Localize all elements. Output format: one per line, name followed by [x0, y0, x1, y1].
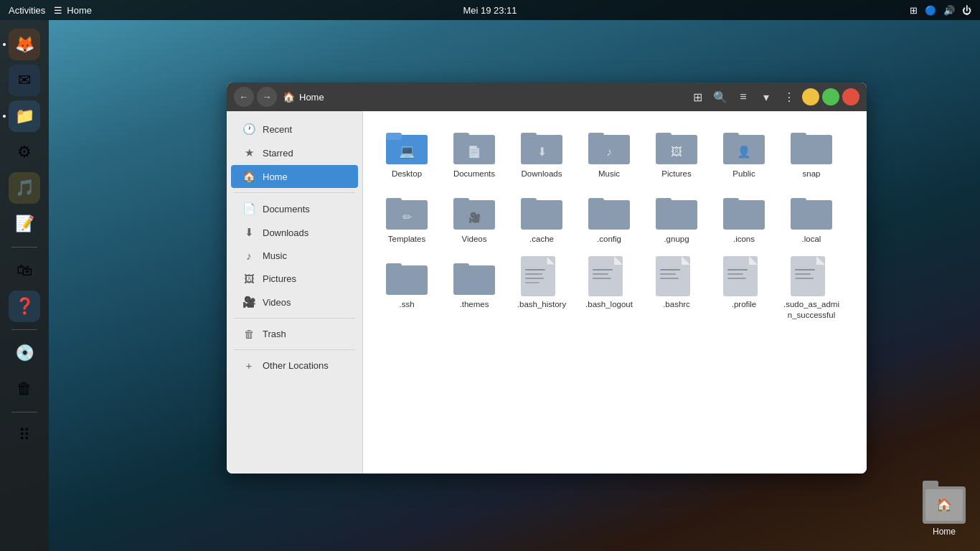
nav-back-button[interactable]: ← [234, 87, 254, 107]
window-minimize-button[interactable]: − [802, 88, 819, 105]
app-title: Home [67, 5, 92, 16]
sidebar-item-other-locations[interactable]: + Other Locations [231, 354, 358, 377]
dock-firefox[interactable]: 🦊 [9, 29, 40, 60]
videos-icon: 🎥 [242, 296, 255, 309]
file-item-bash-history[interactable]: .bash_history [509, 253, 574, 326]
sidebar-item-home[interactable]: 🏠 Home [231, 165, 358, 188]
bash-history-file-icon [521, 259, 562, 295]
file-item-cache[interactable]: .cache [509, 188, 574, 250]
file-item-videos[interactable]: 🎥 Videos [442, 188, 507, 250]
window-close-button[interactable]: × [842, 88, 859, 105]
snap-folder-icon [791, 128, 832, 164]
file-item-ssh[interactable]: .ssh [374, 253, 439, 326]
templates-folder-label: Templates [388, 234, 425, 245]
sidebar-item-documents[interactable]: 📄 Documents [231, 197, 358, 220]
svg-text:♪: ♪ [606, 146, 612, 158]
sidebar-divider-2 [234, 318, 355, 319]
home-folder-inner: 🏠 [925, 489, 963, 521]
templates-folder-icon: ✏ [386, 194, 428, 230]
home-icon: 🏠 [242, 170, 255, 183]
file-item-themes[interactable]: .themes [442, 253, 507, 326]
dock-text-editor[interactable]: 📝 [9, 208, 40, 240]
documents-folder-label: Documents [453, 169, 495, 179]
sidebar-label-documents: Documents [263, 204, 310, 215]
file-item-desktop[interactable]: 💻 Desktop [374, 123, 439, 185]
svg-rect-17 [723, 133, 739, 140]
svg-rect-51 [593, 273, 608, 275]
ssh-folder-icon [386, 259, 428, 295]
dock-trash[interactable]: 🗑 [9, 373, 40, 405]
file-grid: 💻 Desktop 📄 Documents [374, 123, 855, 326]
svg-text:🎥: 🎥 [468, 212, 481, 224]
sort-button[interactable]: ▾ [756, 87, 776, 107]
svg-rect-8 [521, 133, 537, 140]
svg-rect-11 [588, 133, 604, 140]
svg-rect-2 [386, 133, 402, 140]
file-item-local[interactable]: .local [779, 188, 844, 250]
app-name-label: ☰ Home [54, 5, 92, 16]
sidebar-item-starred[interactable]: ★ Starred [231, 141, 358, 164]
file-item-bash-logout[interactable]: .bash_logout [577, 253, 641, 326]
tray-sound-icon[interactable]: 🔊 [943, 5, 955, 16]
svg-rect-22 [386, 198, 402, 205]
window-maximize-button[interactable]: + [822, 88, 839, 105]
sidebar-label-pictures: Pictures [263, 273, 296, 284]
datetime-label: Mei 19 23:11 [463, 5, 517, 16]
svg-rect-44 [525, 269, 545, 270]
menu-button[interactable]: ⋮ [779, 87, 799, 107]
tray-bluetooth-icon[interactable]: 🔵 [925, 5, 936, 16]
search-button[interactable]: 🔍 [710, 87, 730, 107]
dock-help[interactable]: ❓ [9, 291, 40, 322]
local-folder-label: .local [802, 234, 821, 245]
dock-rhythmbox[interactable]: 🎵 [9, 172, 40, 204]
sidebar: 🕐 Recent ★ Starred 🏠 Home 📄 Documents ⬇ … [227, 111, 363, 474]
svg-rect-36 [791, 198, 806, 205]
dock-settings[interactable]: ⚙ [9, 136, 40, 168]
view-options-button[interactable]: ≡ [733, 87, 753, 107]
file-item-config[interactable]: .config [577, 188, 641, 250]
cache-folder-icon [521, 194, 562, 230]
view-toggle-button[interactable]: ⊞ [687, 87, 707, 107]
bash-logout-label: .bash_logout [585, 299, 633, 310]
desktop-home-icon[interactable]: 🏠 Home [923, 486, 966, 537]
file-item-downloads[interactable]: ⬇ Downloads [509, 123, 574, 185]
file-item-templates[interactable]: ✏ Templates [374, 188, 439, 250]
svg-text:📄: 📄 [467, 145, 481, 159]
tray-power-icon[interactable]: ⏻ [962, 5, 971, 16]
sidebar-item-videos[interactable]: 🎥 Videos [231, 291, 358, 314]
file-item-snap[interactable]: snap [779, 123, 844, 185]
file-item-gnupg[interactable]: .gnupg [644, 188, 709, 250]
sidebar-label-music: Music [263, 250, 287, 261]
file-item-music[interactable]: ♪ Music [577, 123, 641, 185]
file-item-documents[interactable]: 📄 Documents [442, 123, 507, 185]
svg-rect-56 [660, 273, 676, 275]
sidebar-item-pictures[interactable]: 🖼 Pictures [231, 268, 358, 290]
dock-apps-grid[interactable]: ⠿ [9, 420, 40, 451]
file-item-profile[interactable]: .profile [712, 253, 776, 326]
downloads-icon: ⬇ [242, 226, 255, 239]
svg-text:👤: 👤 [737, 145, 751, 159]
sidebar-item-downloads[interactable]: ⬇ Downloads [231, 221, 358, 244]
dock-files[interactable]: 📁 [9, 100, 40, 132]
tray-grid-icon[interactable]: ⊞ [910, 5, 918, 16]
file-item-icons[interactable]: .icons [712, 188, 776, 250]
sudo-admin-label: .sudo_as_admin_successful [783, 299, 839, 321]
file-item-sudo-admin[interactable]: .sudo_as_admin_successful [779, 253, 844, 326]
file-item-pictures[interactable]: 🖼 Pictures [644, 123, 709, 185]
nav-forward-button[interactable]: → [257, 87, 277, 107]
documents-icon: 📄 [242, 202, 255, 215]
videos-folder-label: Videos [462, 234, 487, 245]
sidebar-item-music[interactable]: ♪ Music [231, 245, 358, 267]
dock-thunderbird[interactable]: ✉ [9, 65, 40, 96]
svg-rect-60 [727, 269, 748, 270]
sidebar-divider-1 [234, 192, 355, 193]
activities-button[interactable]: Activities [9, 5, 45, 16]
dock-imaging[interactable]: 💿 [9, 337, 40, 369]
file-item-bashrc[interactable]: .bashrc [644, 253, 709, 326]
dock-software[interactable]: 🛍 [9, 255, 40, 286]
pictures-folder-icon: 🖼 [656, 128, 697, 164]
titlebar-actions: ⊞ 🔍 ≡ ▾ ⋮ − + × [687, 87, 859, 107]
sidebar-item-trash[interactable]: 🗑 Trash [231, 323, 358, 345]
file-item-public[interactable]: 👤 Public [712, 123, 776, 185]
sidebar-item-recent[interactable]: 🕐 Recent [231, 118, 358, 141]
